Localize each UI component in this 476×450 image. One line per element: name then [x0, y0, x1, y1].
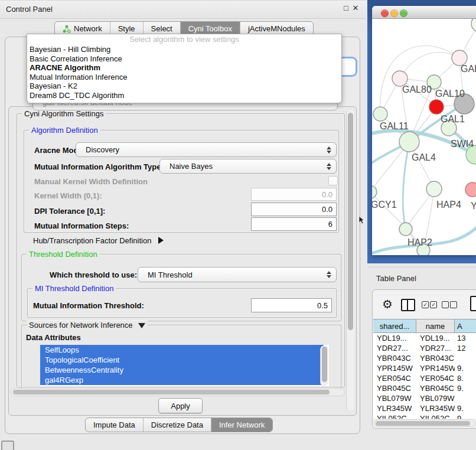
network-node[interactable]	[373, 107, 387, 121]
mi-threshold-input[interactable]: 0.5	[251, 298, 332, 312]
network-node[interactable]	[372, 185, 377, 198]
table-cell: 9.	[455, 403, 476, 413]
table-row[interactable]: YBL079WYBL079W	[373, 393, 476, 403]
data-attributes-list[interactable]: SelfLoopsTopologicalCoefficientBetweenne…	[40, 345, 329, 386]
settings-scrollbar-thumb[interactable]	[348, 113, 353, 330]
node-label-gcy1: GCY1	[372, 200, 397, 210]
expanded-arrow-icon[interactable]	[138, 323, 145, 328]
attributes-scrollbar[interactable]	[320, 345, 328, 386]
table-cell: YPR145W	[373, 363, 416, 373]
network-node[interactable]	[426, 181, 442, 197]
network-node[interactable]	[465, 182, 476, 197]
attribute-item-betweennesscentrality[interactable]: BetweennessCentrality	[40, 365, 324, 375]
aracne-mode-select[interactable]: Discovery	[76, 142, 337, 157]
mi-algorithm-type-value: Naive Bayes	[169, 162, 213, 171]
table-row[interactable]: YBR045CYBR045C9.	[373, 383, 476, 393]
table-hscrollbar[interactable]	[374, 419, 476, 427]
table-row[interactable]: YIL052CYIL052C9	[373, 413, 476, 419]
settings-hscrollbar-thumb[interactable]	[13, 390, 330, 394]
zoom-light-icon[interactable]	[400, 9, 407, 17]
table-cell: YLR345W	[416, 403, 455, 413]
gear-icon[interactable]: ⚙	[382, 298, 393, 310]
deselect-all-icon[interactable]	[442, 301, 449, 308]
table-cell: YIL052C	[416, 413, 455, 419]
control-panel-titlebar	[0, 0, 366, 19]
table-row[interactable]: YDR27...YDR27...12	[373, 343, 476, 353]
table-hscrollbar-thumb[interactable]	[376, 421, 470, 426]
dpi-tolerance-input[interactable]: 0.0	[251, 203, 337, 216]
deselect-all-icon[interactable]	[450, 301, 457, 308]
apply-button[interactable]: Apply	[158, 398, 203, 413]
bottom-tab-infer-network[interactable]: Infer Network	[211, 418, 272, 432]
collapsed-arrow-icon[interactable]	[158, 237, 164, 244]
stepper-arrows-icon	[327, 163, 331, 170]
minimize-light-icon[interactable]	[390, 9, 398, 17]
dropdown-item-bayesian-k2[interactable]: Bayesian - K2	[27, 81, 341, 91]
network-node[interactable]	[471, 19, 476, 32]
dropdown-item-aracne-algorithm[interactable]: ARACNE Algorithm	[27, 63, 341, 73]
select-all-icon[interactable]: ✓	[422, 301, 429, 308]
minimized-panel-icon[interactable]	[1, 441, 14, 450]
table-row[interactable]: YLR345WYLR345W9.	[373, 403, 476, 413]
table-cell	[455, 353, 476, 363]
float-window-icon[interactable]: □	[342, 4, 350, 12]
network-canvas[interactable]: GALGAL80GAL10GAL1GAL11SWI4GAL4GCY1HAP4YH…	[372, 19, 476, 255]
table-row[interactable]: YER054CYER054C8.	[373, 373, 476, 383]
network-graph: GALGAL80GAL10GAL1GAL11SWI4GAL4GCY1HAP4YH…	[372, 19, 476, 255]
close-light-icon[interactable]	[381, 9, 389, 17]
table-cell: YDR27...	[416, 343, 455, 353]
tab-label: Cyni Toolbox	[188, 24, 232, 33]
node-label-gal1: GAL1	[441, 114, 465, 124]
table-cell: YER054C	[416, 373, 455, 383]
table-row[interactable]: YBR043CYBR043C	[373, 353, 476, 363]
network-icon	[63, 25, 71, 33]
dropdown-item-basic-correlation-inference[interactable]: Basic Correlation Inference	[27, 54, 341, 64]
network-node[interactable]	[399, 132, 419, 152]
table-cell: 9.	[455, 383, 476, 393]
bottom-tab-bar: Impute DataDiscretize DataInfer Network	[85, 418, 273, 432]
stepper-arrows-icon	[327, 271, 331, 278]
which-threshold-select[interactable]: MI Threshold	[138, 267, 337, 282]
settings-hscrollbar[interactable]	[11, 388, 345, 396]
table-row[interactable]: YPR145WYPR145W9.	[373, 363, 476, 373]
column-header-a[interactable]: A	[455, 319, 476, 332]
tab-label: Select	[151, 24, 172, 33]
mi-steps-input[interactable]: 6	[251, 217, 337, 231]
table-cell: YPR145W	[416, 363, 455, 373]
node-label-gal4: GAL4	[412, 152, 436, 162]
mi-threshold-label: Mutual Information Threshold:	[33, 301, 144, 310]
network-node[interactable]	[429, 100, 444, 114]
dropdown-item-dream8-dc-tdc-algorithm[interactable]: Dream8 DC_TDC Algorithm	[27, 91, 341, 100]
attribute-item-topologicalcoefficient[interactable]: TopologicalCoefficient	[40, 355, 324, 365]
document-icon[interactable]	[470, 296, 476, 311]
column-header-shared[interactable]: shared...	[373, 319, 416, 332]
threshold-definition-legend: Threshold Definition	[27, 250, 100, 259]
table-cell: YDR27...	[373, 343, 416, 353]
table-cell: 12	[455, 343, 476, 353]
split-columns-icon[interactable]	[401, 299, 415, 311]
table-row[interactable]: YDL19...YDL19...13	[373, 333, 476, 343]
bottom-tab-discretize-data[interactable]: Discretize Data	[144, 418, 211, 432]
table-cell: YLR345W	[373, 403, 416, 413]
mi-algorithm-type-select[interactable]: Naive Bayes	[159, 159, 337, 174]
settings-scrollbar[interactable]	[346, 110, 354, 411]
attribute-item-gal4rgexp[interactable]: gal4RGexp	[40, 375, 324, 385]
manual-kernel-width-label: Manual Kernel Width Definition	[34, 177, 148, 186]
network-view-window[interactable]: GALGAL80GAL10GAL1GAL11SWI4GAL4GCY1HAP4YH…	[372, 6, 476, 255]
node-label-hap2: HAP2	[407, 237, 432, 247]
manual-kernel-width-checkbox[interactable]	[328, 176, 338, 185]
attribute-item-selfloops[interactable]: SelfLoops	[40, 345, 324, 355]
close-window-icon[interactable]: ✕	[351, 4, 360, 12]
kernel-width-input[interactable]: 0.0	[251, 188, 337, 201]
column-header-name[interactable]: name	[416, 319, 455, 332]
dropdown-item-bayesian-hill-climbing[interactable]: Bayesian - Hill Climbing	[27, 45, 341, 54]
network-node[interactable]	[399, 223, 412, 236]
bottom-tab-impute-data[interactable]: Impute Data	[86, 418, 144, 432]
dropdown-item-mutual-information-inference[interactable]: Mutual Information Inference	[27, 73, 341, 82]
select-all-icon[interactable]: ✓	[430, 301, 437, 308]
table-cell: 9.	[455, 363, 476, 373]
hub-definition-toggle[interactable]: Hub/Transcription Factor Definition	[33, 236, 164, 245]
table-body: YDL19...YDL19...13YDR27...YDR27...12YBR0…	[373, 333, 476, 419]
node-label-y: Y	[471, 201, 476, 211]
attributes-scrollbar-thumb[interactable]	[322, 347, 327, 382]
